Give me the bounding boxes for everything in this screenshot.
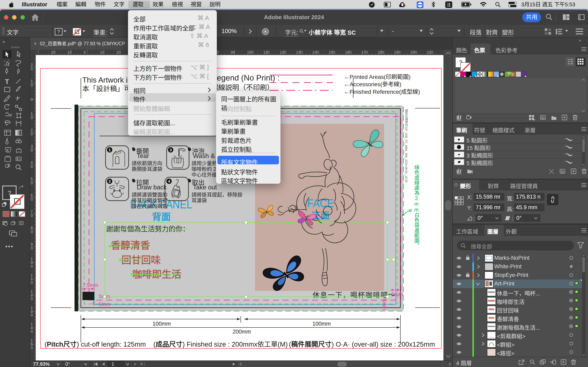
svg-text:注: 注 <box>447 3 451 7</box>
svg-text:T: T <box>5 78 9 85</box>
svg-text:!: ! <box>405 6 406 8</box>
